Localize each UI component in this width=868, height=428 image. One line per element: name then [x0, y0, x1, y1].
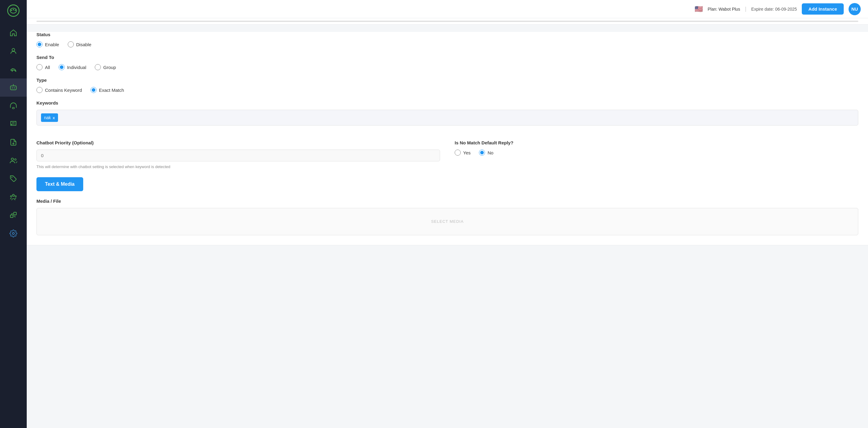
svg-point-8	[14, 87, 15, 88]
select-media-text: SELECT MEDIA	[431, 219, 463, 224]
flag-icon: 🇺🇸	[694, 5, 703, 13]
send-to-group-label: Group	[103, 65, 116, 70]
add-instance-button[interactable]: Add Instance	[802, 3, 844, 15]
svg-point-11	[11, 158, 14, 161]
sidebar-item-team[interactable]	[0, 188, 27, 206]
svg-point-4	[14, 10, 16, 11]
sidebar-item-settings[interactable]	[0, 224, 27, 242]
status-label: Status	[36, 32, 858, 37]
svg-point-5	[12, 48, 15, 51]
priority-col: Chatbot Priority (Optional) This will de…	[36, 133, 440, 170]
type-exact-label: Exact Match	[99, 88, 124, 93]
priority-label: Chatbot Priority (Optional)	[36, 140, 440, 145]
status-disable-option[interactable]: Disable	[68, 41, 91, 48]
expire-label: Expire date: 06-09-2025	[751, 7, 797, 11]
keywords-label: Keywords	[36, 100, 858, 106]
priority-hint: This will determine with chatbot setting…	[36, 164, 440, 170]
sidebar-item-contacts[interactable]	[0, 42, 27, 60]
text-media-button[interactable]: Text & Media	[36, 177, 83, 191]
svg-point-2	[11, 10, 12, 11]
content-area: Status Enable Disable Send To All	[27, 18, 868, 428]
status-radio-group: Enable Disable	[36, 41, 858, 48]
sidebar-item-plugin[interactable]	[0, 206, 27, 224]
type-exact-option[interactable]: Exact Match	[91, 87, 124, 93]
sidebar-item-users[interactable]	[0, 151, 27, 170]
svg-point-14	[12, 194, 14, 196]
svg-rect-10	[12, 107, 14, 109]
send-to-individual-label: Individual	[67, 65, 86, 70]
no-match-label: Is No Match Default Reply?	[455, 140, 858, 145]
no-match-no-radio[interactable]	[479, 149, 485, 155]
keyword-tag-nak-label: nak	[44, 115, 51, 120]
send-to-group-radio[interactable]	[95, 64, 101, 70]
svg-point-16	[15, 196, 16, 197]
svg-point-12	[14, 159, 16, 160]
priority-input[interactable]	[36, 149, 440, 162]
send-to-group-option[interactable]: Group	[95, 64, 116, 70]
sidebar-item-chatbot[interactable]	[0, 79, 27, 97]
no-match-radio-group: Yes No	[455, 149, 858, 155]
keyword-tag-nak: nak x	[41, 113, 58, 122]
no-match-yes-label: Yes	[463, 150, 470, 155]
status-disable-radio[interactable]	[68, 41, 74, 48]
keywords-container[interactable]: nak x	[36, 110, 858, 125]
svg-point-0	[8, 5, 19, 17]
scroll-top-bar	[27, 18, 868, 25]
sidebar-item-home[interactable]	[0, 24, 27, 42]
send-to-all-radio[interactable]	[36, 64, 42, 70]
send-to-all-label: All	[45, 65, 50, 70]
type-contains-option[interactable]: Contains Keyword	[36, 87, 82, 93]
sidebar-item-tags[interactable]	[0, 170, 27, 188]
no-match-yes-radio[interactable]	[455, 149, 461, 155]
svg-rect-17	[10, 215, 13, 218]
type-exact-radio[interactable]	[91, 87, 97, 93]
no-match-no-label: No	[488, 150, 493, 155]
topbar: 🇺🇸 Plan: Wabot Plus | Expire date: 06-09…	[27, 0, 868, 18]
keyword-tag-nak-remove[interactable]: x	[53, 115, 55, 120]
no-match-no-option[interactable]: No	[479, 149, 493, 155]
svg-point-9	[13, 84, 14, 85]
main-area: 🇺🇸 Plan: Wabot Plus | Expire date: 06-09…	[27, 0, 868, 428]
keywords-input[interactable]	[60, 115, 854, 120]
status-enable-radio[interactable]	[36, 41, 42, 48]
media-section: Media / File SELECT MEDIA	[36, 199, 858, 235]
type-contains-label: Contains Keyword	[45, 88, 82, 93]
avatar: NU	[848, 3, 861, 15]
sidebar-nav	[0, 21, 27, 242]
status-enable-option[interactable]: Enable	[36, 41, 59, 48]
send-to-radio-group: All Individual Group	[36, 64, 858, 70]
send-to-individual-radio[interactable]	[59, 64, 65, 70]
plan-label: Plan: Wabot Plus	[708, 7, 740, 11]
sidebar-item-broadcast[interactable]	[0, 97, 27, 115]
send-to-all-option[interactable]: All	[36, 64, 50, 70]
media-file-label: Media / File	[36, 199, 858, 204]
svg-point-3	[13, 9, 14, 10]
status-enable-label: Enable	[45, 42, 59, 47]
type-radio-group: Contains Keyword Exact Match	[36, 87, 858, 93]
media-upload-box[interactable]: SELECT MEDIA	[36, 208, 858, 235]
svg-rect-6	[10, 86, 17, 90]
sidebar	[0, 0, 27, 428]
priority-nomatch-row: Chatbot Priority (Optional) This will de…	[36, 133, 858, 170]
svg-point-7	[12, 87, 13, 88]
svg-rect-18	[14, 212, 17, 215]
no-match-yes-option[interactable]: Yes	[455, 149, 470, 155]
svg-point-15	[10, 196, 11, 197]
sidebar-item-export[interactable]	[0, 133, 27, 151]
send-to-individual-option[interactable]: Individual	[59, 64, 86, 70]
topbar-divider: |	[745, 6, 746, 12]
type-contains-radio[interactable]	[36, 87, 42, 93]
app-logo[interactable]	[0, 0, 27, 21]
status-disable-label: Disable	[76, 42, 91, 47]
scroll-indicator	[36, 21, 858, 22]
send-to-label: Send To	[36, 55, 858, 60]
sidebar-item-reply[interactable]	[0, 60, 27, 79]
svg-point-13	[11, 177, 12, 178]
sidebar-item-messages[interactable]	[0, 115, 27, 133]
type-label: Type	[36, 78, 858, 83]
no-match-col: Is No Match Default Reply? Yes No	[455, 133, 858, 170]
form-card: Status Enable Disable Send To All	[27, 32, 868, 245]
